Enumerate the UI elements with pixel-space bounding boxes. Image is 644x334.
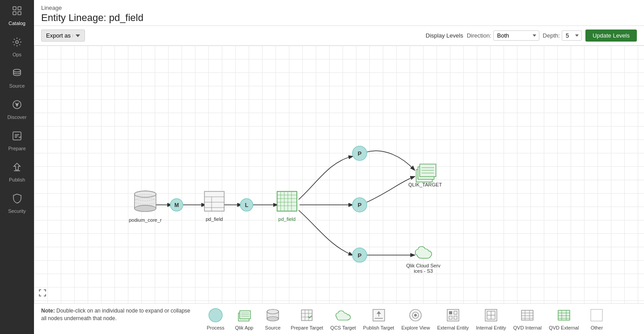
update-levels-button[interactable]: Update Levels	[585, 30, 637, 42]
svg-point-66	[267, 309, 279, 314]
security-icon	[12, 193, 22, 207]
svg-text:P: P	[358, 150, 362, 157]
lineage-canvas[interactable]: podium_core_r M pd_field L	[34, 46, 644, 303]
legend-qvd-external-label: QVD External	[549, 325, 579, 330]
legend-external-entity-label: External Entity	[437, 325, 469, 330]
header: Lineage Entity Lineage: pd_field	[34, 0, 644, 26]
node-podium-core-r: podium_core_r	[129, 191, 162, 223]
legend-bar: Note: Double-click on an individual node…	[34, 303, 644, 334]
svg-text:pd_field: pd_field	[278, 216, 296, 222]
legend-process-label: Process	[207, 325, 225, 330]
legend-note-text: Double-click on an individual node to ex…	[41, 308, 191, 321]
node-M: M	[170, 199, 183, 211]
legend-other: Other	[583, 307, 610, 330]
svg-point-65	[267, 317, 279, 321]
legend-qlik-app-label: Qlik App	[235, 325, 254, 330]
node-pd-field-table: pd_field	[204, 191, 224, 222]
node-pd-field-center: pd_field	[277, 191, 297, 222]
publish-icon-nav	[12, 162, 22, 175]
expand-icon[interactable]	[38, 289, 47, 299]
sidebar-item-security[interactable]: Security	[0, 188, 34, 219]
svg-rect-2	[13, 12, 16, 15]
toolbar: Export as Display Levels Direction: Both…	[34, 26, 644, 46]
svg-text:P: P	[358, 252, 362, 259]
catalog-label: Catalog	[8, 21, 25, 26]
svg-rect-78	[449, 311, 452, 314]
direction-select[interactable]: Both Upstream Downstream	[493, 30, 539, 41]
svg-rect-32	[277, 191, 297, 211]
sidebar-item-discover[interactable]: Discover	[0, 94, 34, 125]
legend-qcs-target-label: QCS Target	[330, 325, 356, 330]
direction-control: Direction: Both Upstream Downstream	[467, 30, 539, 41]
sidebar-item-source[interactable]: Source	[0, 63, 34, 94]
legend-prepare-target-label: Prepare Target	[291, 325, 323, 330]
node-P3: P	[352, 248, 367, 262]
legend-items: Process Qlik App	[202, 307, 610, 330]
svg-text:pd_field: pd_field	[206, 216, 223, 222]
depth-select[interactable]: 1234 5 678910	[562, 30, 582, 41]
source-icon	[12, 68, 22, 81]
legend-explore-view: Explore View	[398, 307, 432, 330]
publish-label: Publish	[9, 177, 25, 182]
security-label: Security	[8, 208, 26, 214]
display-levels-label: Display Levels	[426, 32, 463, 39]
depth-label: Depth:	[543, 32, 560, 39]
legend-publish-target: Publish Target	[360, 307, 397, 330]
legend-internal-entity-label: Internal Entity	[476, 325, 506, 330]
catalog-icon	[12, 5, 22, 19]
sidebar: Catalog Ops Source Discove	[0, 0, 34, 334]
legend-process: Process	[202, 307, 229, 330]
legend-qvd-external: QVD External	[546, 307, 581, 330]
svg-rect-98	[591, 309, 602, 321]
discover-label: Discover	[8, 114, 27, 120]
main-content: Lineage Entity Lineage: pd_field Export …	[34, 0, 644, 334]
legend-other-label: Other	[591, 325, 603, 330]
legend-qvd-internal-label: QVD Internal	[513, 325, 542, 330]
svg-rect-0	[13, 7, 16, 10]
node-P2: P	[352, 198, 367, 212]
direction-label: Direction:	[467, 32, 491, 39]
svg-rect-67	[301, 310, 312, 321]
export-button[interactable]: Export as	[41, 30, 85, 42]
ops-label: Ops	[13, 52, 21, 57]
sidebar-item-prepare[interactable]: Prepare	[0, 125, 34, 156]
legend-explore-view-label: Explore View	[401, 325, 430, 330]
legend-external-entity: External Entity	[434, 307, 471, 330]
sidebar-item-publish[interactable]: Publish	[0, 156, 34, 188]
legend-internal-entity: Internal Entity	[473, 307, 508, 330]
display-levels-group: Display Levels Direction: Both Upstream …	[426, 30, 637, 42]
node-qlik-target: QLIK_TARGET	[408, 164, 442, 187]
legend-source-label: Source	[265, 325, 281, 330]
source-label: Source	[9, 83, 25, 89]
svg-text:P: P	[358, 202, 362, 208]
svg-point-7	[16, 104, 18, 106]
svg-rect-86	[521, 310, 533, 320]
svg-text:M: M	[174, 202, 179, 208]
legend-qlik-app: Qlik App	[231, 307, 258, 330]
sidebar-item-ops[interactable]: Ops	[0, 31, 34, 63]
export-label: Export as	[46, 32, 71, 39]
svg-point-57	[209, 309, 222, 322]
legend-source: Source	[259, 307, 286, 330]
svg-rect-1	[18, 7, 21, 10]
discover-icon	[12, 99, 22, 113]
legend-qcs-target: QCS Target	[328, 307, 359, 330]
svg-rect-92	[558, 310, 570, 320]
export-dropdown-arrow[interactable]	[72, 34, 80, 37]
svg-text:QLIK_TARGET: QLIK_TARGET	[408, 182, 442, 187]
svg-text:L: L	[245, 202, 248, 208]
svg-point-4	[16, 41, 18, 43]
legend-qvd-internal: QVD Internal	[511, 307, 545, 330]
svg-text:Qlik Cloud Serv: Qlik Cloud Serv	[406, 263, 441, 268]
legend-prepare-target: Prepare Target	[288, 307, 326, 330]
sidebar-item-catalog[interactable]: Catalog	[0, 0, 34, 31]
svg-point-17	[135, 205, 156, 211]
depth-control: Depth: 1234 5 678910	[543, 30, 582, 41]
legend-publish-target-label: Publish Target	[363, 325, 394, 330]
legend-note: Note: Double-click on an individual node…	[41, 307, 202, 322]
node-P1: P	[352, 146, 367, 161]
svg-rect-24	[204, 191, 224, 211]
svg-rect-3	[18, 12, 21, 15]
svg-text:podium_core_r: podium_core_r	[129, 217, 162, 223]
page-title: Entity Lineage: pd_field	[41, 12, 637, 24]
